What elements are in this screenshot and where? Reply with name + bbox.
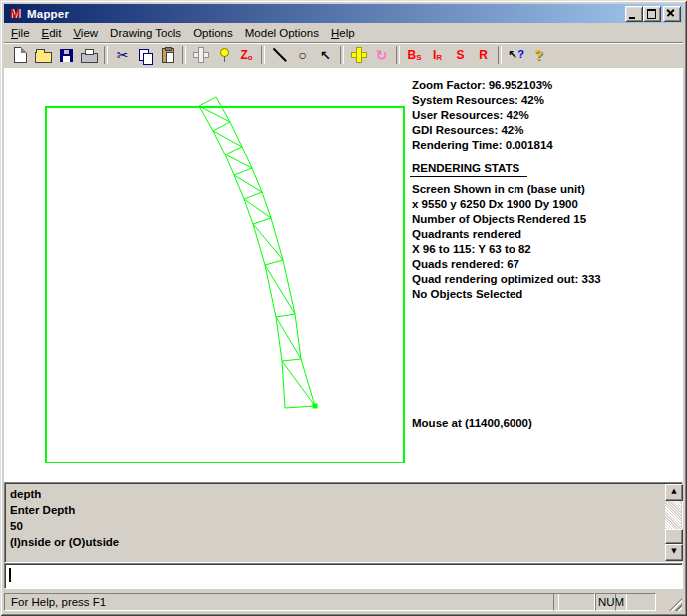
text-caret: [9, 568, 11, 582]
paste-button[interactable]: [157, 44, 179, 66]
toolbar-separator: [261, 46, 265, 64]
render-stat-line: Quad rendering optimized out: 333: [412, 272, 601, 287]
copy-icon: [139, 49, 149, 61]
print-button[interactable]: [78, 44, 101, 66]
s-tool-icon: S: [456, 49, 464, 61]
pan-button[interactable]: [189, 44, 212, 66]
rotate-icon: ↻: [376, 48, 388, 62]
move-cross-icon: [351, 47, 367, 63]
toolbar: ✂Zo○↖↻BSIRSR↖??: [4, 42, 683, 68]
console-line: Enter Depth: [10, 502, 659, 518]
pan-cross-icon: [193, 47, 209, 63]
render-stat-line: Quadrants rendered: [412, 227, 601, 242]
save-button[interactable]: [55, 44, 78, 66]
r-tool-icon: R: [479, 49, 488, 61]
toolbar-separator: [182, 46, 186, 64]
render-stat-line: X 96 to 115: Y 63 to 82: [412, 242, 601, 257]
console-log: depthEnter Depth50(I)nside or (O)utside: [7, 485, 662, 560]
copy-button[interactable]: [134, 44, 157, 66]
console-line: depth: [10, 486, 659, 502]
app-window: M Mapper FileEditViewDrawing ToolsOption…: [0, 0, 687, 616]
rotate-button[interactable]: ↻: [370, 44, 393, 66]
pointer-button[interactable]: ↖: [314, 44, 337, 66]
render-stat-line: Screen Shown in cm (base unit): [412, 182, 601, 197]
resource-stats: Zoom Factor: 96.952103%System Resources:…: [412, 78, 553, 153]
mouse-position-readout: Mouse at (11400,6000): [412, 417, 532, 429]
menu-model-options[interactable]: Model Options: [239, 25, 325, 41]
menu-edit[interactable]: Edit: [36, 25, 68, 41]
close-button[interactable]: [663, 6, 681, 22]
line-button[interactable]: [268, 44, 291, 66]
pin-button[interactable]: [212, 44, 235, 66]
open-button[interactable]: [32, 44, 55, 66]
pointer-arrow-icon: ↖: [320, 49, 331, 62]
status-cell-1: [553, 593, 595, 611]
console-scrollbar[interactable]: ▲ ▼: [665, 484, 681, 561]
bs-button[interactable]: BS: [403, 44, 426, 66]
toolbar-separator: [340, 46, 344, 64]
context-help-icon: ↖?: [508, 49, 524, 61]
paste-clipboard-icon: [162, 48, 174, 63]
render-stat-line: No Objects Selected: [412, 287, 601, 302]
title-bar[interactable]: M Mapper: [4, 4, 683, 23]
new-button[interactable]: [9, 44, 32, 66]
ir-button[interactable]: IR: [426, 44, 449, 66]
stat-line: User Resources: 42%: [412, 108, 553, 123]
stat-line: System Resources: 42%: [412, 93, 553, 108]
app-logo-icon: M: [7, 7, 23, 21]
render-stat-line: x 9550 y 6250 Dx 1900 Dy 1900: [412, 197, 601, 212]
minimize-button[interactable]: [625, 6, 643, 22]
menu-view[interactable]: View: [67, 25, 104, 41]
print-icon: [81, 53, 98, 63]
stat-line: GDI Resources: 42%: [412, 123, 553, 138]
render-stat-line: Number of Objects Rendered 15: [412, 212, 601, 227]
b-sub-s-icon: BS: [407, 49, 421, 61]
zoom-object-button[interactable]: Zo: [235, 44, 258, 66]
pin-icon: [217, 47, 231, 63]
cut-button[interactable]: ✂: [111, 44, 134, 66]
window-controls: [625, 6, 681, 22]
menu-help[interactable]: Help: [325, 25, 361, 41]
help-icon: ?: [534, 48, 543, 62]
status-help-text: For Help, press F1: [4, 593, 559, 611]
scroll-down-button[interactable]: ▼: [665, 544, 683, 561]
save-floppy-icon: [60, 49, 73, 62]
window-title: Mapper: [27, 8, 69, 20]
menu-file[interactable]: File: [5, 25, 36, 41]
command-input[interactable]: [4, 563, 683, 589]
circle-button[interactable]: ○: [291, 44, 314, 66]
stat-line: Zoom Factor: 96.952103%: [412, 78, 553, 93]
r-tool-button[interactable]: R: [472, 44, 495, 66]
menu-options[interactable]: Options: [187, 25, 239, 41]
draw-line-icon: [272, 47, 288, 63]
rendering-stats-heading: RENDERING STATS: [410, 162, 527, 177]
message-console: depthEnter Depth50(I)nside or (O)utside …: [4, 482, 683, 563]
help-button[interactable]: ?: [527, 44, 550, 66]
cut-scissors-icon: ✂: [117, 48, 129, 62]
i-sub-r-icon: IR: [433, 49, 442, 61]
menu-bar: FileEditViewDrawing ToolsOptionsModel Op…: [4, 24, 683, 42]
status-cell-2: [615, 593, 656, 611]
resize-grip[interactable]: [669, 598, 682, 611]
toolbar-separator: [104, 46, 108, 64]
toolbar-separator: [396, 46, 400, 64]
menu-drawing-tools[interactable]: Drawing Tools: [104, 25, 187, 41]
toolbar-separator: [498, 46, 502, 64]
zoom-object-icon: Zo: [240, 49, 252, 61]
draw-circle-icon: ○: [298, 48, 306, 62]
s-tool-button[interactable]: S: [449, 44, 472, 66]
render-stat-line: Quads rendered: 67: [412, 257, 601, 272]
maximize-button[interactable]: [643, 6, 661, 22]
open-folder-icon: [35, 52, 52, 63]
console-line: (I)nside or (O)utside: [10, 534, 659, 550]
console-line: 50: [10, 518, 659, 534]
context-help-button[interactable]: ↖?: [505, 44, 527, 66]
stat-line: Rendering Time: 0.001814: [412, 138, 553, 153]
drawing-canvas[interactable]: Zoom Factor: 96.952103%System Resources:…: [4, 68, 683, 482]
status-bar: For Help, press F1 NUM: [4, 590, 683, 612]
move-button[interactable]: [347, 44, 370, 66]
new-document-icon: [14, 47, 27, 63]
scrollbar-thumb[interactable]: [665, 529, 683, 544]
scroll-up-button[interactable]: ▲: [665, 484, 683, 501]
rendering-stats-block: Screen Shown in cm (base unit)x 9550 y 6…: [412, 182, 601, 302]
